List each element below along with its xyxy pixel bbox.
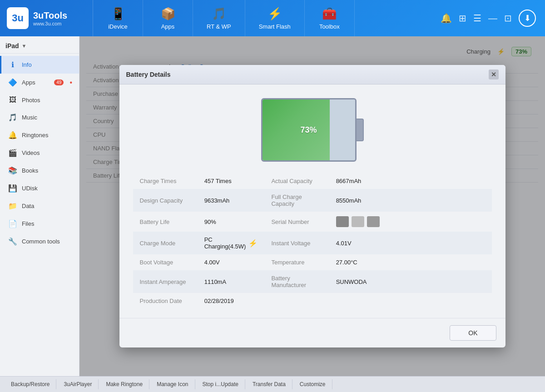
nav-apps[interactable]: 📦 Apps — [143, 0, 193, 36]
table-row: Charge Mode PC Charging(4.5W) ⚡ Instant … — [133, 232, 492, 254]
data-icon: 📁 — [8, 202, 17, 210]
serial-block-3 — [367, 216, 380, 227]
table-row: Design Capacity 9633mAh Full Charge Capa… — [133, 189, 492, 212]
customize-button[interactable]: Customize — [293, 379, 332, 389]
field-label2-6 — [264, 293, 329, 309]
field-label2-3: Instant Voltage — [264, 232, 329, 254]
sidebar-item-books-label: Books — [22, 167, 38, 174]
field-value-5: 1110mA — [198, 270, 265, 293]
backup-restore-button[interactable]: Backup/Restore — [5, 379, 56, 389]
airplayer-button[interactable]: 3uAirPlayer — [57, 379, 99, 389]
info-icon: ℹ — [8, 60, 17, 69]
device-header[interactable]: iPad ▼ — [0, 39, 79, 54]
nav-rt-wp-label: RT & WP — [207, 23, 231, 30]
toolbox-icon: 🧰 — [322, 7, 337, 21]
main-layout: iPad ▼ ℹ Info 🔷 Apps 49 • 🖼 Photos 🎵 Mus… — [0, 36, 545, 376]
manage-icon-button[interactable]: Manage Icon — [150, 379, 195, 389]
field-value2-6 — [329, 293, 492, 309]
sidebar-item-udisk[interactable]: 💾 UDisk — [0, 179, 79, 197]
serial-block-1 — [336, 216, 349, 227]
sidebar-item-ringtones-label: Ringtones — [22, 132, 49, 139]
field-label-2: Battery Life — [133, 212, 198, 232]
serial-blocks — [336, 216, 485, 227]
window-icon[interactable]: ⊞ — [459, 13, 466, 24]
battery-pct-text: 73% — [300, 125, 317, 135]
field-value2-3: 4.01V — [329, 232, 492, 254]
charge-mode-text: PC Charging(4.5W) — [204, 236, 246, 250]
ringtones-icon: 🔔 — [8, 131, 17, 139]
sidebar-item-info-label: Info — [22, 61, 32, 68]
sidebar-item-music[interactable]: 🎵 Music — [0, 109, 79, 126]
sidebar-item-common-tools-label: Common tools — [22, 238, 60, 245]
nav-toolbox[interactable]: 🧰 Toolbox — [305, 0, 355, 36]
udisk-icon: 💾 — [8, 184, 17, 193]
topbar-right: 🔔 ⊞ ☰ — ⊡ ⬇ — [431, 0, 545, 36]
sidebar-item-videos[interactable]: 🎬 Videos — [0, 144, 79, 162]
sidebar-item-music-label: Music — [22, 114, 37, 121]
rt-wp-icon: 🎵 — [212, 7, 226, 21]
battery-fill — [263, 99, 330, 160]
transfer-data-button[interactable]: Transfer Data — [246, 379, 292, 389]
nav-idevice[interactable]: 📱 iDevice — [93, 0, 143, 36]
modal-close-button[interactable]: ✕ — [489, 69, 499, 79]
nav-toolbox-label: Toolbox — [319, 23, 340, 30]
charge-mode-value: PC Charging(4.5W) ⚡ — [204, 236, 258, 250]
field-label-1: Design Capacity — [133, 189, 198, 212]
battery-visual: 73% — [133, 98, 492, 162]
bottom-toolbar: Backup/Restore 3uAirPlayer Make Ringtone… — [0, 376, 545, 392]
modal-body: 73% Charge Times 457 Times Actual Capaci… — [119, 84, 505, 318]
sidebar-item-apps[interactable]: 🔷 Apps 49 • — [0, 74, 79, 91]
field-value-4: 4.00V — [198, 254, 265, 270]
battery-outer: 73% — [261, 98, 364, 162]
field-value2-0: 8667mAh — [329, 173, 492, 189]
logo-text: 3uTools www.3u.com — [33, 10, 67, 26]
field-value-3: PC Charging(4.5W) ⚡ — [198, 232, 265, 254]
brand-url: www.3u.com — [33, 21, 67, 26]
apps-dot: • — [69, 79, 72, 86]
sidebar-item-info[interactable]: ℹ Info — [0, 56, 79, 74]
make-ringtone-button[interactable]: Make Ringtone — [99, 379, 149, 389]
sidebar-item-files[interactable]: 📄 Files — [0, 215, 79, 233]
download-button[interactable]: ⬇ — [519, 10, 536, 27]
sidebar-item-common-tools[interactable]: 🔧 Common tools — [0, 233, 79, 250]
field-label2-0: Actual Capacity — [264, 173, 329, 189]
field-value-2: 90% — [198, 212, 265, 232]
sidebar-item-videos-label: Videos — [22, 149, 40, 156]
sidebar-item-data-label: Data — [22, 203, 34, 209]
nav-smart-flash-label: Smart Flash — [259, 23, 291, 30]
ok-button[interactable]: OK — [450, 325, 496, 341]
minimize-icon[interactable]: 🔔 — [441, 13, 452, 24]
content-area: Charging ⚡ 73% Activation nk... Online Q… — [79, 36, 545, 376]
sidebar-item-books[interactable]: 📚 Books — [0, 162, 79, 179]
table-row: Production Date 02/28/2019 — [133, 293, 492, 309]
field-label-0: Charge Times — [133, 173, 198, 189]
field-label2-2: Serial Number — [264, 212, 329, 232]
modal-title: Battery Details — [126, 71, 171, 78]
dash-icon[interactable]: — — [488, 13, 497, 24]
menu-icon[interactable]: ☰ — [473, 13, 481, 24]
field-value2-4: 27.00°C — [329, 254, 492, 270]
logo-icon: 3u — [7, 7, 29, 29]
sidebar-item-ringtones[interactable]: 🔔 Ringtones — [0, 126, 79, 144]
field-label-6: Production Date — [133, 293, 198, 309]
field-label-3: Charge Mode — [133, 232, 198, 254]
restore-icon[interactable]: ⊡ — [504, 13, 512, 24]
field-value-6: 02/28/2019 — [198, 293, 265, 309]
sidebar: iPad ▼ ℹ Info 🔷 Apps 49 • 🖼 Photos 🎵 Mus… — [0, 36, 79, 376]
battery-details-table: Charge Times 457 Times Actual Capacity 8… — [133, 173, 492, 309]
nav-smart-flash[interactable]: ⚡ Smart Flash — [245, 0, 305, 36]
modal-footer: OK — [119, 318, 505, 347]
modal-overlay: Battery Details ✕ 73% — [79, 36, 545, 376]
stop-update-button[interactable]: Stop i...Update — [196, 379, 245, 389]
nav-rt-wp[interactable]: 🎵 RT & WP — [193, 0, 245, 36]
music-icon: 🎵 — [8, 113, 17, 122]
table-row: Charge Times 457 Times Actual Capacity 8… — [133, 173, 492, 189]
sidebar-item-photos-label: Photos — [22, 97, 40, 104]
sidebar-item-data[interactable]: 📁 Data — [0, 197, 79, 215]
field-label-5: Instant Amperage — [133, 270, 198, 293]
sidebar-item-udisk-label: UDisk — [22, 185, 38, 192]
books-icon: 📚 — [8, 166, 17, 175]
photos-icon: 🖼 — [8, 96, 17, 104]
apps-icon: 📦 — [161, 7, 175, 21]
sidebar-item-photos[interactable]: 🖼 Photos — [0, 91, 79, 109]
